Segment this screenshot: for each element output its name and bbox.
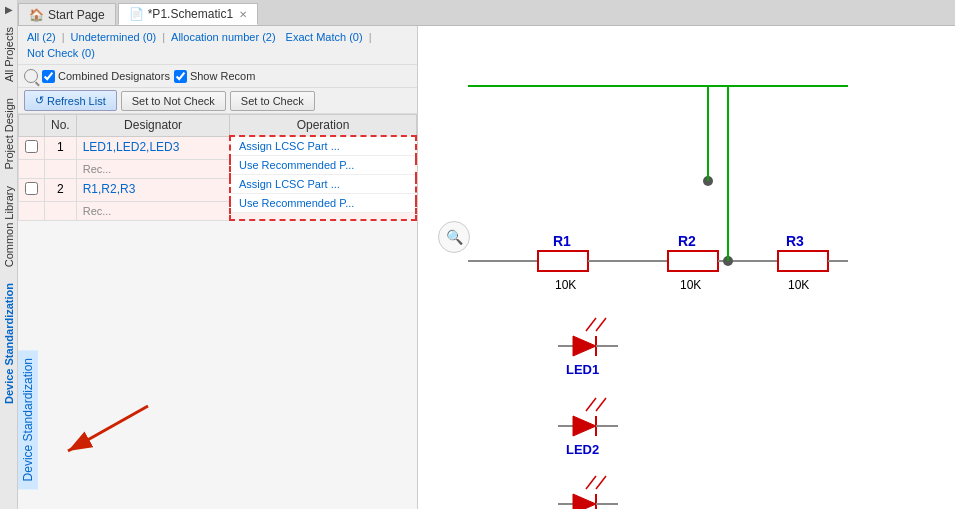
tab-schematic1-label: *P1.Schematic1 bbox=[148, 7, 233, 21]
search-circle-icon: 🔍 bbox=[446, 229, 463, 245]
row1-checkbox[interactable] bbox=[25, 140, 38, 153]
svg-line-41 bbox=[596, 476, 606, 489]
row2-recommend-btn[interactable]: Use Recommended P... bbox=[231, 194, 415, 213]
filter-tab-undetermined[interactable]: Undetermined (0) bbox=[68, 30, 160, 44]
search-circle-button[interactable]: 🔍 bbox=[438, 221, 470, 253]
sidebar-item-project-design[interactable]: Project Design bbox=[1, 90, 17, 178]
sidebar-top-icon: ▶ bbox=[5, 0, 13, 19]
toolbar2: ↺ Refresh List Set to Not Check Set to C… bbox=[18, 88, 417, 114]
filter-tab-all[interactable]: All (2) bbox=[24, 30, 59, 44]
col-check bbox=[19, 115, 45, 137]
show-recom-text: Show Recom bbox=[190, 70, 255, 82]
combined-designators-label[interactable]: Combined Designators bbox=[42, 70, 170, 83]
filter-tab-exact[interactable]: Exact Match (0) bbox=[283, 30, 366, 44]
svg-line-1 bbox=[68, 406, 148, 451]
tab-close-icon[interactable]: ✕ bbox=[239, 9, 247, 20]
svg-line-34 bbox=[596, 398, 606, 411]
arrow-svg bbox=[38, 386, 188, 466]
svg-text:10K: 10K bbox=[555, 278, 576, 292]
svg-rect-9 bbox=[668, 251, 718, 271]
data-table: No. Designator Operation 1 LED1,LED2,LED… bbox=[18, 114, 417, 221]
svg-text:R2: R2 bbox=[678, 233, 696, 249]
table-row: 1 LED1,LED2,LED3 Assign LCSC Part ... Us… bbox=[19, 136, 417, 159]
svg-marker-37 bbox=[573, 494, 596, 509]
row2-check-cell[interactable] bbox=[19, 178, 45, 201]
sidebar-item-common-library[interactable]: Common Library bbox=[1, 178, 17, 275]
content-area: All (2) | Undetermined (0) | Allocation … bbox=[18, 26, 955, 509]
tab-start-page[interactable]: 🏠 Start Page bbox=[18, 3, 116, 25]
show-recom-checkbox[interactable] bbox=[174, 70, 187, 83]
schematic: R1 10K R2 10K R3 10K bbox=[418, 26, 955, 509]
svg-line-26 bbox=[586, 318, 596, 331]
row1-designator: LED1,LED2,LED3 bbox=[76, 136, 230, 159]
row2-num: 2 bbox=[45, 178, 77, 201]
svg-line-33 bbox=[586, 398, 596, 411]
toolbar: Combined Designators Show Recom bbox=[18, 65, 417, 88]
row2-designator: R1,R2,R3 bbox=[76, 178, 230, 201]
schematic-svg: R1 10K R2 10K R3 10K bbox=[418, 26, 955, 509]
tab-bar: 🏠 Start Page 📄 *P1.Schematic1 ✕ bbox=[18, 0, 955, 26]
sidebar-item-device-standardization[interactable]: Device Standardization bbox=[1, 275, 17, 412]
home-icon: 🏠 bbox=[29, 8, 44, 22]
col-operation: Operation bbox=[230, 115, 416, 137]
doc-icon: 📄 bbox=[129, 7, 144, 21]
filter-tab-not-check[interactable]: Not Check (0) bbox=[24, 46, 98, 60]
svg-text:10K: 10K bbox=[788, 278, 809, 292]
show-recom-label[interactable]: Show Recom bbox=[174, 70, 255, 83]
refresh-button[interactable]: ↺ Refresh List bbox=[24, 90, 117, 111]
row1-recommend-btn[interactable]: Use Recommended P... bbox=[231, 156, 415, 175]
set-not-check-button[interactable]: Set to Not Check bbox=[121, 91, 226, 111]
row2-checkbox[interactable] bbox=[25, 182, 38, 195]
svg-line-27 bbox=[596, 318, 606, 331]
svg-text:LED1: LED1 bbox=[566, 362, 599, 377]
svg-marker-23 bbox=[573, 336, 596, 356]
right-panel: R1 10K R2 10K R3 10K bbox=[418, 26, 955, 509]
tab-schematic1[interactable]: 📄 *P1.Schematic1 ✕ bbox=[118, 3, 258, 25]
refresh-icon: ↺ bbox=[35, 94, 44, 107]
search-icon[interactable] bbox=[24, 69, 38, 83]
svg-text:R1: R1 bbox=[553, 233, 571, 249]
row1-assign-btn[interactable]: Assign LCSC Part ... bbox=[231, 137, 415, 156]
svg-text:10K: 10K bbox=[680, 278, 701, 292]
row2-assign-btn[interactable]: Assign LCSC Part ... bbox=[231, 175, 415, 194]
filter-tab-allocation[interactable]: Allocation number (2) bbox=[168, 30, 279, 44]
svg-marker-30 bbox=[573, 416, 596, 436]
tab-start-page-label: Start Page bbox=[48, 8, 105, 22]
svg-line-40 bbox=[586, 476, 596, 489]
svg-text:R3: R3 bbox=[786, 233, 804, 249]
svg-rect-14 bbox=[778, 251, 828, 271]
col-no: No. bbox=[45, 115, 77, 137]
row2-rec: Rec... bbox=[76, 201, 230, 220]
sidebar-item-all-projects[interactable]: All Projects bbox=[1, 19, 17, 90]
row1-num: 1 bbox=[45, 136, 77, 159]
row1-check-cell[interactable] bbox=[19, 136, 45, 159]
svg-rect-6 bbox=[538, 251, 588, 271]
main-container: 🏠 Start Page 📄 *P1.Schematic1 ✕ All (2) … bbox=[18, 0, 955, 509]
set-check-button[interactable]: Set to Check bbox=[230, 91, 315, 111]
combined-designators-text: Combined Designators bbox=[58, 70, 170, 82]
refresh-label: Refresh List bbox=[47, 95, 106, 107]
left-panel: All (2) | Undetermined (0) | Allocation … bbox=[18, 26, 418, 509]
arrow-annotation bbox=[38, 386, 188, 469]
combined-designators-checkbox[interactable] bbox=[42, 70, 55, 83]
row1-rec: Rec... bbox=[76, 159, 230, 178]
panel-label[interactable]: Device Standardization bbox=[18, 350, 38, 489]
col-designator: Designator bbox=[76, 115, 230, 137]
row1-operation: Assign LCSC Part ... Use Recommended P..… bbox=[230, 136, 416, 220]
left-sidebar: ▶ All Projects Project Design Common Lib… bbox=[0, 0, 18, 509]
filter-tabs: All (2) | Undetermined (0) | Allocation … bbox=[18, 26, 417, 65]
svg-text:LED2: LED2 bbox=[566, 442, 599, 457]
